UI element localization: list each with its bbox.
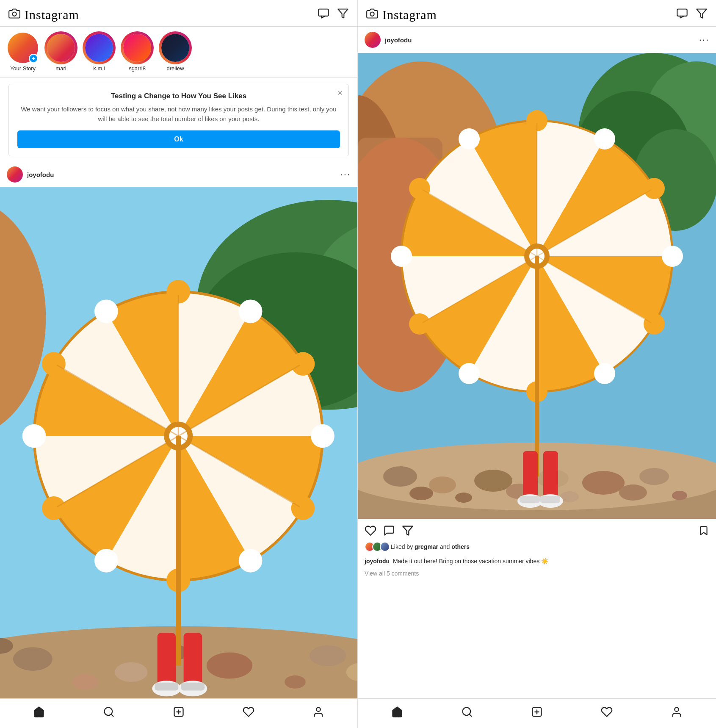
app-logo: Instagram xyxy=(25,8,79,22)
nav-add-button[interactable] xyxy=(170,703,187,723)
svg-point-32 xyxy=(22,424,46,448)
svg-point-30 xyxy=(94,549,118,573)
notification-ok-button[interactable]: Ok xyxy=(17,130,340,148)
svg-point-82 xyxy=(672,491,687,500)
right-post-image xyxy=(358,53,716,519)
direct-message-icon[interactable] xyxy=(318,8,329,22)
svg-point-28 xyxy=(239,549,263,573)
comment-button[interactable] xyxy=(383,525,395,538)
svg-point-87 xyxy=(644,178,665,199)
nav-search-button[interactable] xyxy=(459,703,475,723)
svg-point-25 xyxy=(291,352,315,376)
story-username: mari xyxy=(55,65,66,72)
svg-rect-44 xyxy=(158,633,176,685)
svg-point-86 xyxy=(594,128,615,149)
svg-line-51 xyxy=(111,714,113,716)
close-notification-button[interactable]: × xyxy=(337,89,343,97)
svg-rect-106 xyxy=(523,451,538,498)
svg-point-88 xyxy=(662,246,683,267)
more-options-button[interactable]: ··· xyxy=(699,35,709,44)
svg-rect-45 xyxy=(184,633,202,685)
svg-rect-49 xyxy=(181,683,205,691)
bookmark-button[interactable] xyxy=(698,525,709,538)
avatar xyxy=(365,32,381,48)
post-username: joyofodu xyxy=(385,36,412,44)
svg-point-18 xyxy=(72,674,98,690)
nav-home-button[interactable] xyxy=(30,703,47,723)
right-bottom-nav xyxy=(358,698,716,728)
post-user[interactable]: joyofodu xyxy=(7,166,54,183)
right-panel: Instagram joyofodu ··· xyxy=(358,0,716,728)
direct-message-icon[interactable] xyxy=(676,8,688,22)
story-username: sgarri8 xyxy=(129,65,146,72)
svg-marker-58 xyxy=(697,9,706,18)
story-sgarri8[interactable]: sgarri8 xyxy=(122,33,152,72)
right-post-header: joyofodu ··· xyxy=(358,27,716,53)
story-kml[interactable]: k.m.l xyxy=(84,33,114,72)
svg-point-71 xyxy=(429,476,456,493)
post-user[interactable]: joyofodu xyxy=(365,32,412,48)
caption-username[interactable]: joyofodu xyxy=(365,558,390,565)
bottom-nav xyxy=(0,698,357,728)
camera-icon[interactable] xyxy=(366,8,378,22)
avatar xyxy=(7,166,23,183)
like-button[interactable] xyxy=(365,525,376,538)
post-image xyxy=(0,187,357,698)
notification-title: Testing a Change to How You See Likes xyxy=(17,92,340,100)
svg-line-114 xyxy=(469,714,471,716)
svg-point-31 xyxy=(42,496,66,520)
svg-point-24 xyxy=(239,299,263,323)
post-actions xyxy=(358,519,716,542)
liked-by: Liked by gregmar and others xyxy=(358,542,716,555)
svg-point-80 xyxy=(455,493,472,503)
add-story-button[interactable]: + xyxy=(29,54,38,63)
nav-activity-button[interactable] xyxy=(240,703,257,723)
svg-point-12 xyxy=(207,653,252,679)
svg-rect-110 xyxy=(520,496,540,503)
svg-point-56 xyxy=(370,12,374,16)
svg-point-70 xyxy=(383,466,417,487)
nav-profile-button[interactable] xyxy=(310,703,327,723)
svg-point-10 xyxy=(13,647,53,671)
filter-icon[interactable] xyxy=(337,8,349,22)
nav-profile-button[interactable] xyxy=(668,703,685,723)
share-button[interactable] xyxy=(402,525,414,538)
liked-avatar xyxy=(380,542,390,552)
svg-rect-48 xyxy=(155,683,178,691)
svg-point-19 xyxy=(285,675,306,689)
svg-point-33 xyxy=(42,352,66,376)
liked-by-text: Liked by gregmar and others xyxy=(391,543,470,550)
nav-search-button[interactable] xyxy=(100,703,117,723)
svg-point-26 xyxy=(311,424,335,448)
story-drellew[interactable]: drellew xyxy=(160,33,191,72)
svg-point-92 xyxy=(459,363,480,384)
view-comments-button[interactable]: View all 5 comments xyxy=(358,568,716,580)
svg-marker-2 xyxy=(338,9,348,18)
svg-point-0 xyxy=(12,12,16,16)
nav-add-button[interactable] xyxy=(528,703,545,723)
svg-point-34 xyxy=(94,299,118,323)
svg-rect-1 xyxy=(318,9,328,16)
svg-point-55 xyxy=(316,708,320,711)
filter-icon[interactable] xyxy=(696,8,708,22)
story-username: Your Story xyxy=(10,65,36,72)
svg-point-77 xyxy=(409,487,433,500)
nav-home-button[interactable] xyxy=(389,703,406,723)
svg-rect-107 xyxy=(543,451,558,498)
nav-activity-button[interactable] xyxy=(598,703,615,723)
svg-point-79 xyxy=(619,484,647,501)
story-mari[interactable]: mari xyxy=(46,33,76,72)
svg-point-118 xyxy=(675,708,679,711)
action-icons-left xyxy=(365,525,414,538)
post-caption: joyofodu Made it out here! Bring on thos… xyxy=(358,555,716,568)
header-left: Instagram xyxy=(8,8,79,22)
story-username: k.m.l xyxy=(93,65,105,72)
notification-banner: × Testing a Change to How You See Likes … xyxy=(8,84,349,156)
right-post: joyofodu ··· xyxy=(358,27,716,698)
more-options-button[interactable]: ··· xyxy=(340,170,351,179)
camera-icon[interactable] xyxy=(8,8,20,22)
svg-point-95 xyxy=(409,178,430,199)
right-header: Instagram xyxy=(358,0,716,27)
header-right xyxy=(676,8,708,22)
story-your-story[interactable]: + Your Story xyxy=(8,33,38,72)
